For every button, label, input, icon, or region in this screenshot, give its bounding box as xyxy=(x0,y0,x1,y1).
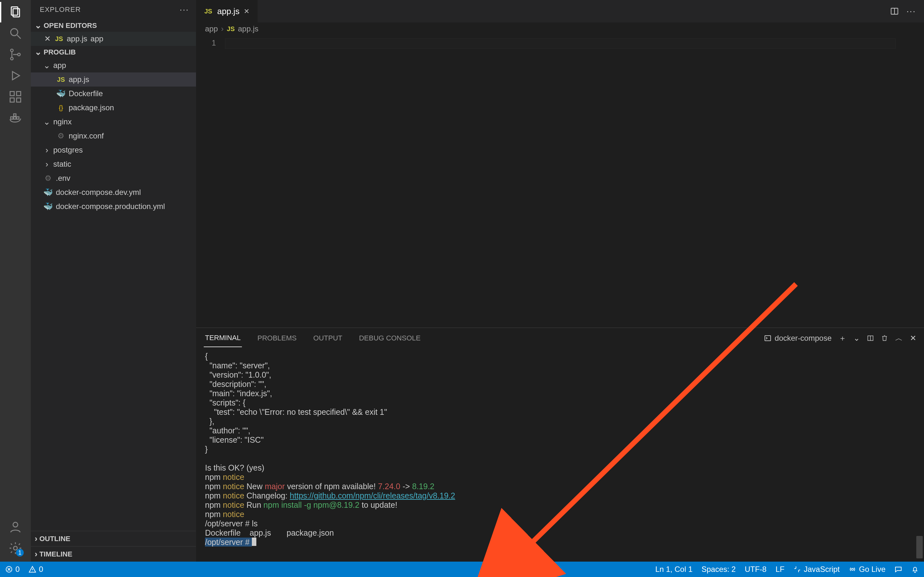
accounts-icon[interactable] xyxy=(8,519,23,535)
config-file-icon: ⚙ xyxy=(44,174,53,183)
activity-bar: 1 xyxy=(0,0,31,562)
panel-tab-output[interactable]: OUTPUT xyxy=(312,330,344,347)
outline-section[interactable]: OUTLINE xyxy=(31,531,196,546)
svg-marker-7 xyxy=(13,71,19,80)
folder-postgres[interactable]: postgres xyxy=(31,143,196,157)
docker-icon[interactable] xyxy=(8,110,23,126)
folder-static[interactable]: static xyxy=(31,157,196,171)
js-file-icon: JS xyxy=(227,25,234,33)
run-debug-icon[interactable] xyxy=(8,68,23,83)
file-package-json[interactable]: {}package.json xyxy=(31,101,196,115)
split-editor-icon[interactable] xyxy=(890,7,899,16)
sidebar-more-icon[interactable]: ··· xyxy=(180,5,189,15)
minimap[interactable] xyxy=(911,37,924,327)
maximize-panel-icon[interactable]: ︿ xyxy=(895,333,903,343)
chevron-right-icon xyxy=(35,549,37,559)
status-eol[interactable]: LF xyxy=(775,565,784,574)
svg-point-6 xyxy=(18,53,20,56)
project-section[interactable]: PROGLIB xyxy=(31,46,196,58)
timeline-section[interactable]: TIMELINE xyxy=(31,546,196,562)
svg-rect-9 xyxy=(10,98,15,102)
file-nginx-conf[interactable]: ⚙nginx.conf xyxy=(31,129,196,143)
chevron-right-icon: › xyxy=(221,24,224,33)
line-number-1: 1 xyxy=(196,39,216,49)
close-tab-icon[interactable]: × xyxy=(244,6,249,16)
explorer-sidebar: EXPLORER ··· OPEN EDITORS ✕ JS app.js ap… xyxy=(31,0,196,562)
editor-tabs: JS app.js × ··· xyxy=(196,0,924,23)
open-editors-section[interactable]: OPEN EDITORS xyxy=(31,19,196,32)
search-icon[interactable] xyxy=(8,26,23,41)
terminal-dropdown-icon[interactable]: ⌄ xyxy=(853,334,860,343)
settings-badge: 1 xyxy=(16,549,24,556)
explorer-icon[interactable] xyxy=(8,5,23,20)
source-control-icon[interactable] xyxy=(8,47,23,62)
settings-gear-icon[interactable]: 1 xyxy=(8,540,23,556)
js-file-icon: JS xyxy=(204,8,213,15)
panel-tab-terminal[interactable]: TERMINAL xyxy=(204,329,242,347)
svg-point-5 xyxy=(11,57,13,60)
status-language[interactable]: JavaScript xyxy=(793,565,840,574)
kill-terminal-icon[interactable] xyxy=(881,335,888,342)
svg-rect-15 xyxy=(14,114,16,116)
terminal-cursor xyxy=(252,538,256,546)
status-feedback-icon[interactable] xyxy=(895,566,902,573)
status-cursor-position[interactable]: Ln 1, Col 1 xyxy=(655,565,692,574)
open-editor-item[interactable]: ✕ JS app.js app xyxy=(31,32,196,46)
chevron-down-icon xyxy=(35,47,42,57)
terminal-scrollbar[interactable] xyxy=(916,351,923,558)
terminal-output[interactable]: { "name": "server", "version": "1.0.0", … xyxy=(196,348,924,562)
extensions-icon[interactable] xyxy=(8,89,23,105)
chevron-down-icon xyxy=(44,61,50,71)
file-env[interactable]: ⚙.env xyxy=(31,171,196,185)
chevron-right-icon xyxy=(44,145,50,155)
new-terminal-icon[interactable]: ＋ xyxy=(838,333,846,343)
file-docker-compose-prod[interactable]: 🐳docker-compose.production.yml xyxy=(31,199,196,213)
folder-nginx[interactable]: nginx xyxy=(31,115,196,129)
breadcrumb[interactable]: app › JS app.js xyxy=(196,23,924,37)
chevron-right-icon xyxy=(44,159,50,169)
close-icon[interactable]: ✕ xyxy=(44,34,51,43)
js-file-icon: JS xyxy=(57,76,65,83)
config-file-icon: ⚙ xyxy=(57,131,65,140)
svg-line-3 xyxy=(17,35,21,39)
svg-rect-10 xyxy=(17,98,21,102)
svg-point-2 xyxy=(11,29,18,35)
status-go-live[interactable]: Go Live xyxy=(849,565,885,574)
chevron-down-icon xyxy=(35,21,42,31)
chevron-right-icon xyxy=(35,534,37,544)
docker-file-icon: 🐳 xyxy=(44,188,53,197)
js-file-icon: JS xyxy=(55,35,63,43)
line-gutter: 1 xyxy=(196,37,225,327)
status-indent[interactable]: Spaces: 2 xyxy=(701,565,736,574)
svg-rect-14 xyxy=(17,117,19,119)
svg-rect-1 xyxy=(13,9,19,17)
docker-file-icon: 🐳 xyxy=(44,202,53,211)
folder-app[interactable]: app xyxy=(31,58,196,73)
tab-app-js[interactable]: JS app.js × xyxy=(196,0,258,23)
svg-point-17 xyxy=(13,546,17,550)
status-errors[interactable]: 0 xyxy=(5,565,19,574)
code-editor[interactable] xyxy=(225,37,911,327)
status-warnings[interactable]: 0 xyxy=(29,565,43,574)
docker-file-icon: 🐳 xyxy=(57,89,65,98)
bottom-panel: TERMINAL PROBLEMS OUTPUT DEBUG CONSOLE d… xyxy=(196,327,924,562)
close-panel-icon[interactable]: ✕ xyxy=(910,334,916,343)
panel-tab-debug[interactable]: DEBUG CONSOLE xyxy=(358,330,422,347)
file-app-js[interactable]: JSapp.js xyxy=(31,73,196,87)
status-bell-icon[interactable] xyxy=(911,566,919,573)
file-dockerfile[interactable]: 🐳Dockerfile xyxy=(31,87,196,101)
file-docker-compose-dev[interactable]: 🐳docker-compose.dev.yml xyxy=(31,185,196,199)
status-encoding[interactable]: UTF-8 xyxy=(745,565,766,574)
editor-area: JS app.js × ··· app › JS app.js 1 xyxy=(196,0,924,562)
split-terminal-icon[interactable] xyxy=(867,335,874,342)
svg-rect-22 xyxy=(765,335,771,341)
status-bar: 0 0 Ln 1, Col 1 Spaces: 2 UTF-8 LF JavaS… xyxy=(0,562,924,577)
terminal-task-indicator[interactable]: docker-compose xyxy=(764,334,832,343)
svg-rect-13 xyxy=(14,117,16,119)
svg-point-30 xyxy=(851,568,853,570)
editor-more-icon[interactable]: ··· xyxy=(907,7,916,16)
svg-rect-8 xyxy=(10,92,15,96)
sidebar-title: EXPLORER xyxy=(40,5,81,14)
panel-tab-problems[interactable]: PROBLEMS xyxy=(256,330,298,347)
svg-rect-0 xyxy=(11,7,18,15)
